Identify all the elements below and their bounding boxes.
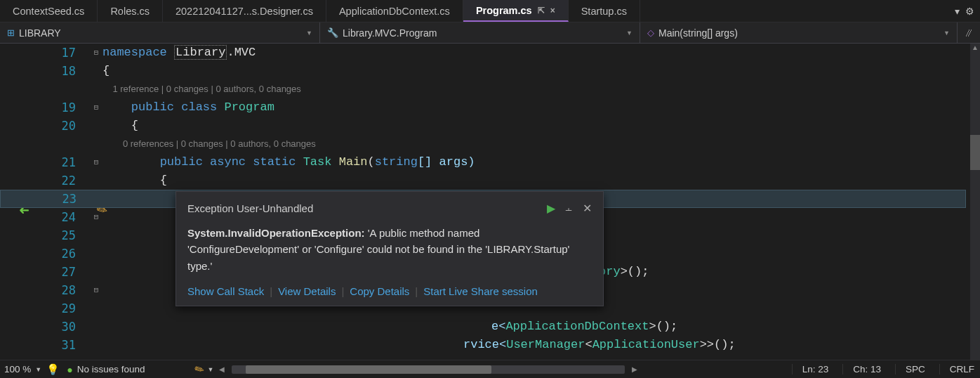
codelens-class[interactable]: 1 reference | 0 changes | 0 authors, 0 c…	[102, 80, 301, 98]
horizontal-scrollbar[interactable]	[232, 365, 625, 374]
chevron-down-icon: ▼	[943, 30, 950, 37]
link-copy-details[interactable]: Copy Details	[350, 285, 409, 297]
pin-icon[interactable]: ⇱	[538, 6, 545, 15]
fold-toggle[interactable]: ⊟	[90, 98, 102, 117]
continue-play-icon[interactable]: ▶	[547, 202, 555, 215]
intellicode-icon[interactable]: 💡	[46, 363, 60, 376]
horizontal-scroll-thumb[interactable]	[246, 365, 491, 374]
exception-links: Show Call Stack| View Details| Copy Deta…	[187, 285, 592, 297]
fold-toggle[interactable]: ⊟	[90, 281, 102, 299]
link-show-call-stack[interactable]: Show Call Stack	[187, 285, 264, 297]
indent-mode[interactable]: SPC	[895, 364, 927, 374]
tab-program-active[interactable]: Program.cs ⇱ ×	[463, 0, 569, 22]
link-live-share[interactable]: Start Live Share session	[423, 285, 538, 297]
fold-toggle[interactable]: ⊟	[90, 153, 102, 171]
brush-status-icon[interactable]: ✎▼	[194, 363, 212, 376]
exception-message: System.InvalidOperationException: 'A pub…	[187, 225, 592, 274]
chevron-down-icon: ▼	[306, 30, 312, 37]
cursor-line[interactable]: Ln: 23	[792, 364, 830, 374]
nav-split-button[interactable]: ⫽	[958, 22, 980, 43]
split-window-icon: ⫽	[963, 27, 974, 39]
nav-class-dropdown[interactable]: 🔧 Library.MVC.Program ▼	[320, 22, 640, 43]
tab-designer[interactable]: 202212041127...s.Designer.cs	[163, 0, 326, 22]
status-bar: 100 %▼ 💡 ●No issues found ✎▼ ◀ ▶ Ln: 23 …	[0, 360, 980, 378]
tab-roles[interactable]: Roles.cs	[98, 0, 163, 22]
tab-contextseed[interactable]: ContextSeed.cs	[0, 0, 98, 22]
cursor-char[interactable]: Ch: 13	[842, 364, 882, 374]
tab-startup[interactable]: Startup.cs	[569, 0, 640, 22]
issues-status[interactable]: ●No issues found	[67, 364, 145, 375]
fold-toggle[interactable]: ⊟	[90, 208, 102, 226]
scroll-up-icon[interactable]: ▲	[970, 44, 980, 51]
hscroll-left-icon[interactable]: ◀	[219, 365, 225, 373]
close-icon[interactable]: ×	[550, 6, 555, 15]
tab-overflow-controls[interactable]: ▾ ⚙	[955, 0, 980, 22]
nav-project-dropdown[interactable]: ⊞ LIBRARY ▼	[0, 22, 320, 43]
cs-project-icon: ⊞	[7, 27, 15, 38]
tab-settings-icon[interactable]: ⚙	[965, 6, 974, 17]
line-ending[interactable]: CRLF	[939, 364, 976, 374]
tab-dropdown-icon[interactable]: ▾	[955, 6, 960, 17]
pin-icon[interactable]: ⫠	[564, 202, 574, 214]
zoom-level[interactable]: 100 %▼	[4, 364, 39, 374]
method-cube-icon: ◇	[647, 27, 654, 38]
nav-method-dropdown[interactable]: ◇ Main(string[] args) ▼	[640, 22, 958, 43]
fold-toggle[interactable]: ⊟	[90, 44, 102, 62]
chevron-down-icon: ▼	[626, 30, 633, 37]
tab-strip: ContextSeed.cs Roles.cs 202212041127...s…	[0, 0, 980, 22]
scroll-thumb[interactable]	[970, 135, 980, 170]
vertical-scrollbar[interactable]: ▲	[970, 44, 980, 360]
close-icon[interactable]: ✕	[583, 202, 592, 215]
exception-helper-popup: Exception User-Unhandled ▶ ⫠ ✕ System.In…	[176, 191, 604, 306]
navigation-bar: ⊞ LIBRARY ▼ 🔧 Library.MVC.Program ▼ ◇ Ma…	[0, 22, 980, 44]
codelens-method[interactable]: 0 references | 0 changes | 0 authors, 0 …	[102, 135, 316, 153]
hscroll-right-icon[interactable]: ▶	[632, 365, 637, 373]
tab-dbcontext[interactable]: ApplicationDbContext.cs	[326, 0, 463, 22]
class-icon: 🔧	[327, 27, 338, 38]
link-view-details[interactable]: View Details	[278, 285, 336, 297]
exception-title: Exception User-Unhandled	[187, 202, 313, 214]
